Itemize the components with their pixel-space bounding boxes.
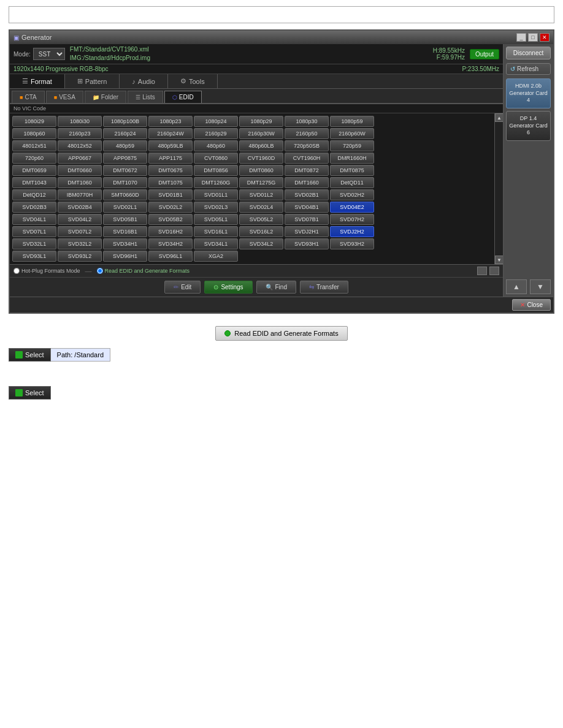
format-btn-svd93l2[interactable]: SVD93L2: [58, 251, 102, 262]
format-btn-detqd11[interactable]: DetQD11: [330, 177, 374, 188]
subtab-folder[interactable]: 📁 Folder: [85, 91, 126, 103]
format-btn-dmt0659[interactable]: DMT0659: [12, 165, 56, 176]
subtab-vesa[interactable]: ■ VESA: [46, 91, 83, 103]
format-btn-detqd12[interactable]: DetQD12: [12, 189, 56, 200]
format-btn-svd01b1[interactable]: SVD01B1: [148, 189, 193, 200]
format-btn-1080p100b[interactable]: 1080p100B: [103, 116, 147, 127]
format-btn-svd16l2[interactable]: SVD16L2: [239, 226, 283, 237]
format-btn-svd02l3[interactable]: SVD02L3: [194, 202, 238, 213]
format-btn-svd96h1[interactable]: SVD96H1: [103, 251, 147, 262]
format-btn-480p59lb[interactable]: 480p59LB: [148, 140, 193, 151]
format-btn-svd34l1[interactable]: SVD34L1: [194, 238, 238, 249]
format-btn-svd05b1[interactable]: SVD05B1: [103, 214, 147, 225]
edit-button[interactable]: ✏ Edit: [164, 281, 201, 294]
format-btn-svd05l1[interactable]: SVD05L1: [194, 214, 238, 225]
format-btn-dmr1660h[interactable]: DMR1660H: [330, 153, 374, 164]
format-btn-cvt0860[interactable]: CVT0860: [194, 153, 238, 164]
format-btn-cvt1960d[interactable]: CVT1960D: [239, 153, 283, 164]
format-btn-dmt1660[interactable]: DMT1660: [285, 177, 329, 188]
format-btn-480p60[interactable]: 480p60: [194, 140, 238, 151]
format-btn-svd93h2[interactable]: SVD93H2: [330, 238, 374, 249]
format-btn-48012x51[interactable]: 48012x51: [12, 140, 56, 151]
format-btn-dmt1043[interactable]: DMT1043: [12, 177, 56, 188]
format-btn-dmt1260g[interactable]: DMT1260G: [194, 177, 238, 188]
format-btn-svd01l1[interactable]: SVD01L1: [194, 189, 238, 200]
format-btn-smt0660d[interactable]: SMT0660D: [103, 189, 147, 200]
format-btn-svd02b1[interactable]: SVD02B1: [285, 189, 329, 200]
settings-button[interactable]: ⊙ Settings: [204, 281, 252, 294]
tab-tools[interactable]: ⚙ Tools: [168, 74, 218, 88]
format-btn-svd16l1[interactable]: SVD16L1: [194, 226, 238, 237]
tab-format[interactable]: ☰ Format: [10, 74, 65, 88]
find-button[interactable]: 🔍 Find: [256, 281, 296, 294]
format-btn-svd16h2[interactable]: SVD16H2: [148, 226, 193, 237]
format-btn-svd02l2[interactable]: SVD02L2: [148, 202, 193, 213]
nav-down-button[interactable]: ▼: [530, 279, 551, 294]
format-btn-svd02l1[interactable]: SVD02L1: [103, 202, 147, 213]
format-btn-svdj2h2[interactable]: SVDJ2H2: [330, 226, 374, 237]
maximize-button[interactable]: □: [528, 33, 538, 42]
hdmi-card-button[interactable]: HDMI 2.0b Generator Card 4: [506, 78, 551, 108]
format-btn-svd16b1[interactable]: SVD16B1: [103, 226, 147, 237]
status-icon-1[interactable]: [477, 267, 487, 275]
scroll-up-button[interactable]: ▲: [495, 113, 504, 122]
format-btn-svd01l2[interactable]: SVD01L2: [239, 189, 283, 200]
format-btn-svd32l2[interactable]: SVD32L2: [58, 238, 102, 249]
close-button[interactable]: ✕: [540, 33, 550, 42]
format-btn-1080p60[interactable]: 1080p60: [12, 128, 56, 139]
close-bottom-button[interactable]: ✕ Close: [512, 299, 551, 311]
format-btn-1080p29[interactable]: 1080p29: [239, 116, 283, 127]
select-only-button[interactable]: Select: [9, 386, 51, 400]
format-btn-dmt0660[interactable]: DMT0660: [58, 165, 102, 176]
hot-plug-radio[interactable]: Hot-Plug Formats Mode: [13, 268, 80, 274]
format-btn-dmt0872[interactable]: DMT0872: [285, 165, 329, 176]
format-btn-svd04l1[interactable]: SVD04L1: [12, 214, 56, 225]
format-btn-1080p59[interactable]: 1080p59: [330, 116, 374, 127]
format-btn-480p59[interactable]: 480p59: [103, 140, 147, 151]
transfer-button[interactable]: ⇆ Transfer: [300, 281, 348, 294]
format-btn-dmt0675[interactable]: DMT0675: [148, 165, 193, 176]
format-btn-cvt1960h[interactable]: CVT1960H: [285, 153, 329, 164]
format-btn-720p59[interactable]: 720p59: [330, 140, 374, 151]
format-btn-svdj2h1[interactable]: SVDJ2H1: [285, 226, 329, 237]
format-btn-2160p50[interactable]: 2160p50: [285, 128, 329, 139]
read-edid-radio-input[interactable]: [97, 268, 103, 274]
format-btn-app1175[interactable]: APP1175: [148, 153, 193, 164]
format-btn-svd96l1[interactable]: SVD96L1: [148, 251, 193, 262]
format-btn-svd07h2[interactable]: SVD07H2: [330, 214, 374, 225]
format-btn-svd32l1[interactable]: SVD32L1: [12, 238, 56, 249]
format-btn-svd93l1[interactable]: SVD93L1: [12, 251, 56, 262]
nav-up-button[interactable]: ▲: [506, 279, 527, 294]
format-btn-480p60lb[interactable]: 480p60LB: [239, 140, 283, 151]
format-btn-svd05l2[interactable]: SVD05L2: [239, 214, 283, 225]
subtab-lists[interactable]: ☰ Lists: [128, 91, 163, 103]
read-edid-radio[interactable]: Read EDID and Generate Formats: [97, 268, 190, 274]
subtab-cta[interactable]: ■ CTA: [12, 91, 45, 103]
format-btn-svd34h1[interactable]: SVD34H1: [103, 238, 147, 249]
format-btn-2160p24[interactable]: 2160p24: [103, 128, 147, 139]
edid-read-button[interactable]: Read EDID and Generate Formats: [215, 326, 347, 341]
format-btn-svd04l2[interactable]: SVD04L2: [58, 214, 102, 225]
format-btn-svd02b3[interactable]: SVD02B3: [12, 202, 56, 213]
format-btn-dmt1070[interactable]: DMT1070: [103, 177, 147, 188]
format-btn-dmt0672[interactable]: DMT0672: [103, 165, 147, 176]
dp-card-button[interactable]: DP 1.4 Generator Card 6: [506, 111, 551, 141]
subtab-edid[interactable]: ⬡ EDID: [164, 91, 202, 103]
disconnect-button[interactable]: Disconnect: [506, 47, 551, 59]
format-btn-svd02l4[interactable]: SVD02L4: [239, 202, 283, 213]
format-btn-svd04b1[interactable]: SVD04B1: [285, 202, 329, 213]
format-btn-720p60[interactable]: 720p60: [12, 153, 56, 164]
output-button[interactable]: Output: [470, 49, 499, 59]
format-btn-1080p30[interactable]: 1080p30: [285, 116, 329, 127]
minimize-button[interactable]: _: [516, 33, 526, 42]
format-btn-dmt0860[interactable]: DMT0860: [239, 165, 283, 176]
format-btn-dmt1275g[interactable]: DMT1275G: [239, 177, 283, 188]
format-btn-dmt1075[interactable]: DMT1075: [148, 177, 193, 188]
format-btn-svd04e2[interactable]: SVD04E2: [330, 202, 374, 213]
tab-pattern[interactable]: ⊞ Pattern: [65, 74, 120, 88]
format-btn-2160p29[interactable]: 2160p29: [194, 128, 238, 139]
format-btn-svd93h1[interactable]: SVD93H1: [285, 238, 329, 249]
format-btn-ibm0770h[interactable]: IBM0770H: [58, 189, 102, 200]
format-btn-svd07l1[interactable]: SVD07L1: [12, 226, 56, 237]
format-btn-svd07b1[interactable]: SVD07B1: [285, 214, 329, 225]
